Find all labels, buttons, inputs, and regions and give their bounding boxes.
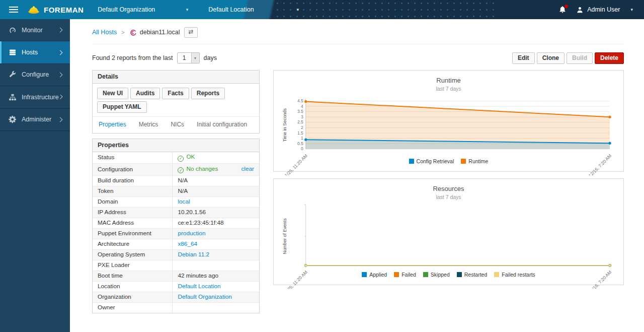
notifications-bell-icon[interactable]	[558, 6, 567, 14]
property-value-cell: x86_64	[173, 239, 259, 249]
legend-item-skipped[interactable]: Skipped	[423, 272, 450, 278]
table-row: Domainlocal	[93, 196, 259, 207]
chart-title: Resources	[280, 185, 617, 192]
table-row: Architecturex86_64	[93, 239, 259, 249]
sidebar-item-configure[interactable]: Configure	[0, 64, 70, 86]
table-row: Status✓OK	[93, 152, 259, 164]
property-value-cell	[173, 260, 259, 271]
clear-link[interactable]: clear	[241, 165, 254, 172]
table-row: OrganizationDefault Organization	[93, 292, 259, 302]
organization-selector[interactable]: Default Organization ▾	[98, 6, 188, 13]
legend-label: Applied	[369, 272, 387, 278]
legend-swatch	[409, 159, 414, 164]
breadcrumb-separator: >	[121, 29, 124, 35]
legend-label: Failed	[401, 272, 416, 278]
location-selector[interactable]: Default Location ▾	[208, 6, 299, 13]
svg-text:Number of Events: Number of Events	[282, 218, 287, 254]
property-value-cell: Debian 11.2	[173, 249, 259, 260]
svg-text:4: 4	[301, 103, 303, 108]
tab-properties[interactable]: Properties	[99, 121, 126, 128]
legend-swatch	[457, 272, 462, 277]
legend-item-failed[interactable]: Failed	[394, 272, 416, 278]
reports-button[interactable]: Reports	[191, 88, 225, 99]
tab-metrics[interactable]: Metrics	[139, 121, 158, 128]
properties-table: Status✓OKConfiguration✓No changesclearBu…	[93, 152, 259, 313]
property-value-link[interactable]: Default Location	[178, 283, 220, 290]
sidebar-item-label: Infrastructure	[22, 94, 59, 101]
property-value: N/A	[178, 187, 188, 194]
brand-name: FOREMAN	[44, 6, 84, 14]
reports-count-text: Found 2 reports from the last	[92, 54, 173, 61]
breadcrumb-all-hosts-link[interactable]: All Hosts	[92, 29, 117, 36]
days-select[interactable]: 1 ▾	[177, 52, 200, 63]
table-row: Build durationN/A	[93, 175, 259, 186]
legend-item-failed-restarts[interactable]: Failed restarts	[494, 272, 535, 278]
legend-label: Failed restarts	[502, 272, 535, 278]
property-value-link[interactable]: Default Organization	[178, 293, 232, 300]
server-icon	[9, 48, 17, 56]
debian-logo-icon	[129, 29, 137, 36]
property-label: Domain	[93, 196, 173, 207]
breadcrumb-current-host: debian11.local	[140, 29, 180, 36]
legend-label: Config Retrieval	[417, 158, 454, 164]
host-switcher-button[interactable]: ⇄	[184, 27, 197, 38]
property-value-link[interactable]: local	[178, 198, 190, 205]
property-label: PXE Loader	[93, 260, 173, 271]
chart-subtitle: last 7 days	[280, 194, 617, 200]
property-value-cell: N/A	[173, 175, 259, 186]
user-icon	[576, 6, 584, 14]
new-ui-button[interactable]: New UI	[97, 88, 128, 99]
puppet-yaml-button[interactable]: Puppet YAML	[97, 101, 147, 113]
sidebar-item-label: Hosts	[22, 49, 38, 56]
chart-subtitle: last 7 days	[280, 86, 617, 92]
table-row: IP Address10.20.1.56	[93, 207, 259, 218]
facts-button[interactable]: Facts	[162, 88, 189, 99]
property-label: Puppet Environment	[93, 228, 173, 239]
legend-item-runtime[interactable]: Runtime	[461, 158, 488, 164]
property-value-cell: Default Location	[173, 281, 259, 292]
legend-label: Skipped	[431, 272, 450, 278]
details-panel-title: Details	[93, 71, 259, 84]
table-row: MAC Addressce:e1:23:45:1f:48	[93, 218, 259, 228]
notification-badge	[565, 5, 568, 8]
table-row: Owner	[93, 302, 259, 313]
property-label: Owner	[93, 302, 173, 313]
sidebar-item-infrastructure[interactable]: Infrastructure	[0, 86, 70, 108]
chevron-right-icon	[58, 73, 63, 78]
clone-button[interactable]: Clone	[537, 52, 565, 64]
legend-item-applied[interactable]: Applied	[362, 272, 387, 278]
svg-text:1: 1	[301, 136, 303, 141]
audits-button[interactable]: Audits	[130, 88, 160, 99]
menu-toggle-icon[interactable]	[0, 0, 27, 19]
reports-days-text: days	[204, 54, 217, 61]
svg-text:11/25, 11:20 AM: 11/25, 11:20 AM	[282, 153, 308, 175]
legend-swatch	[362, 272, 367, 277]
tab-initial-configuration[interactable]: Initial configuration	[197, 121, 247, 128]
location-selector-label: Default Location	[208, 6, 254, 13]
property-value: OK	[186, 153, 195, 160]
property-value-link[interactable]: x86_64	[178, 240, 197, 247]
tab-nics[interactable]: NICs	[171, 121, 184, 128]
svg-text:3.5: 3.5	[297, 109, 303, 114]
legend-item-config-retrieval[interactable]: Config Retrieval	[409, 158, 454, 164]
legend-label: Restarted	[464, 272, 488, 278]
details-panel: Details New UIAuditsFactsReportsPuppet Y…	[92, 70, 260, 134]
sidebar-item-administer[interactable]: Administer	[0, 109, 70, 131]
property-label: Build duration	[93, 175, 173, 186]
property-value-link[interactable]: production	[178, 230, 205, 237]
svg-text:3: 3	[301, 114, 303, 119]
legend-item-restarted[interactable]: Restarted	[457, 272, 488, 278]
main-content: All Hosts > debian11.local ⇄ Found 2 rep…	[70, 0, 644, 313]
organization-selector-label: Default Organization	[98, 6, 155, 13]
property-value-cell: local	[173, 196, 259, 207]
user-menu[interactable]: Admin User ▾	[576, 6, 633, 14]
delete-button[interactable]: Delete	[595, 52, 624, 64]
sidebar-item-hosts[interactable]: Hosts	[0, 41, 70, 63]
edit-button[interactable]: Edit	[512, 52, 535, 64]
sidebar-item-monitor[interactable]: Monitor	[0, 19, 70, 41]
property-value-cell: ce:e1:23:45:1f:48	[173, 218, 259, 228]
property-label: Location	[93, 281, 173, 292]
svg-text:12/16, 7:20 AM: 12/16, 7:20 AM	[588, 153, 613, 175]
property-value-link[interactable]: Debian 11.2	[178, 251, 209, 258]
resources-chart-panel: Resources last 7 days Number of Events11…	[273, 178, 624, 285]
